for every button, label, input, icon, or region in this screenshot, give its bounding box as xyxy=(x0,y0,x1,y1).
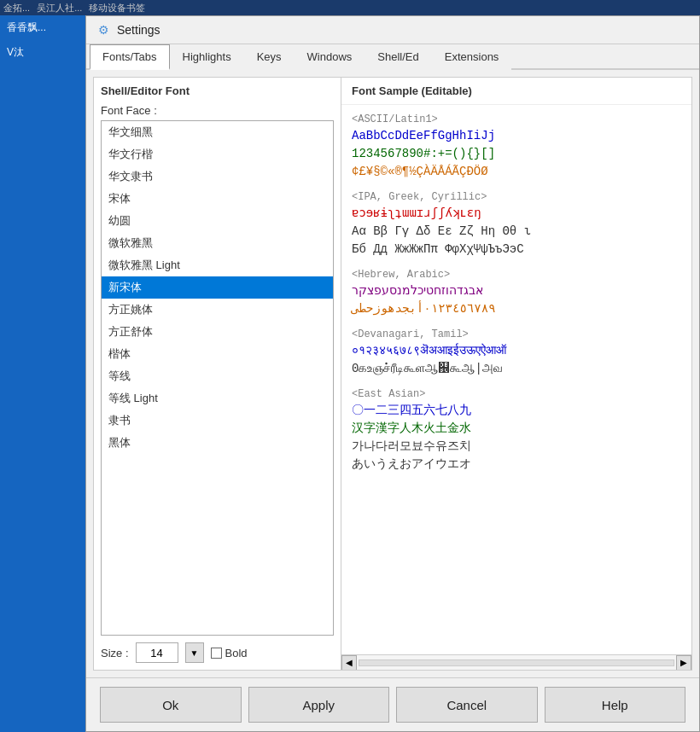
button-row: Ok Apply Cancel Help xyxy=(86,677,699,731)
font-list-item[interactable]: 华文隶书 xyxy=(102,166,333,188)
font-list[interactable]: 华文细黑华文行楷华文隶书宋体幼圆微软雅黑微软雅黑 Light新宋体方正姚体方正舒… xyxy=(102,121,333,635)
size-spinner-button[interactable]: ▼ xyxy=(185,642,204,663)
font-list-item[interactable]: 隶书 xyxy=(102,410,333,432)
cancel-button[interactable]: Cancel xyxy=(396,687,538,723)
sample-tag: <East Asian> xyxy=(352,386,681,402)
sample-line: ¢£¥§©«®¶½ÇÀÄÅÁÃÇÐÖØ xyxy=(352,163,681,181)
size-row: Size : ▼ Bold xyxy=(101,642,334,663)
font-list-item[interactable]: 华文细黑 xyxy=(102,121,333,143)
sample-line: Αα Ββ Γγ Δδ Εε Ζζ Ηη Θθ ι xyxy=(352,223,681,241)
font-list-item[interactable]: 幼圆 xyxy=(102,210,333,232)
help-button[interactable]: Help xyxy=(545,687,686,723)
font-list-item[interactable]: 宋体 xyxy=(102,188,333,210)
tab-shell-ed[interactable]: Shell/Ed xyxy=(365,44,431,70)
sample-tag: <Devanagari, Tamil> xyxy=(352,327,681,342)
sample-tag: <ASCII/Latin1> xyxy=(352,112,681,127)
sample-line: AaBbCcDdEeFfGgHhIiJj xyxy=(352,127,681,145)
sample-section: <Devanagari, Tamil>०१२३४५६७८९ऄअआइईउऊएऐआऑ… xyxy=(352,327,681,378)
bold-label: Bold xyxy=(225,647,248,659)
section-title: Shell/Editor Font xyxy=(101,84,334,97)
taskbar: 金拓... 吴江人社... 移动设备书签 xyxy=(0,0,700,15)
font-list-item[interactable]: 微软雅黑 Light xyxy=(102,254,333,276)
scroll-right-arrow[interactable]: ▶ xyxy=(676,655,691,671)
dialog-title: Settings xyxy=(117,23,160,37)
sample-line: 0கஉஞச்ரீடிகூளஆ஀கூஆ|அவ xyxy=(352,360,681,378)
taskbar-tab-2[interactable]: 吴江人社... xyxy=(37,2,82,15)
tab-highlights[interactable]: Highlights xyxy=(170,44,244,70)
font-face-label: Font Face : xyxy=(101,104,334,117)
horizontal-scrollbar[interactable]: ◀ ▶ xyxy=(341,654,691,670)
font-list-item[interactable]: 楷体 xyxy=(102,343,333,365)
scroll-left-arrow[interactable]: ◀ xyxy=(341,655,357,671)
sample-line: ٠١٢٣٤٥٦٧٨٩أبجدهوزحطی xyxy=(352,300,681,318)
font-list-item[interactable]: 黑体 xyxy=(102,432,333,454)
right-panel: Font Sample (Editable) <ASCII/Latin1>AaB… xyxy=(341,78,691,670)
tab-keys[interactable]: Keys xyxy=(244,44,295,70)
font-list-container[interactable]: 华文细黑华文行楷华文隶书宋体幼圆微软雅黑微软雅黑 Light新宋体方正姚体方正舒… xyxy=(101,120,334,636)
main-content: Shell/Editor Font Font Face : 华文细黑华文行楷华文… xyxy=(93,77,692,671)
sample-tag: <IPA, Greek, Cyrillic> xyxy=(352,189,681,205)
size-input[interactable] xyxy=(136,642,178,663)
tab-extensions[interactable]: Extensions xyxy=(432,44,512,70)
left-panel: Shell/Editor Font Font Face : 华文细黑华文行楷华文… xyxy=(94,78,341,670)
left-strip-item-1: 香香飘... xyxy=(0,15,85,40)
sample-line: 1234567890#:+=(){}[] xyxy=(352,145,681,163)
apply-button[interactable]: Apply xyxy=(248,687,390,723)
settings-dialog: ⚙ Settings Fonts/Tabs Highlights Keys Wi… xyxy=(85,15,700,732)
sample-line: あいうえおアイウエオ xyxy=(352,456,681,473)
font-list-item[interactable]: 新宋体 xyxy=(102,276,333,299)
left-strip: 香香飘... V汰 xyxy=(0,15,85,732)
sample-line: Бб Дд ЖжЖжΠπ ΦφΧχΨψЪъЭэС xyxy=(352,241,681,259)
ok-button[interactable]: Ok xyxy=(100,687,242,723)
font-sample-header: Font Sample (Editable) xyxy=(341,78,691,105)
size-label: Size : xyxy=(101,647,129,659)
tab-windows[interactable]: Windows xyxy=(295,44,365,70)
tab-fonts-tabs[interactable]: Fonts/Tabs xyxy=(90,44,170,70)
font-list-item[interactable]: 等线 Light xyxy=(102,387,333,410)
sample-line: 가나다러모뵤수유즈치 xyxy=(352,438,681,456)
font-list-item[interactable]: 方正姚体 xyxy=(102,299,333,321)
font-list-item[interactable]: 等线 xyxy=(102,365,333,387)
settings-icon: ⚙ xyxy=(96,23,110,37)
tab-bar: Fonts/Tabs Highlights Keys Windows Shell… xyxy=(86,44,699,70)
font-list-item[interactable]: 微软雅黑 xyxy=(102,232,333,254)
sample-line: ०१२३४५६७८९ऄअआइईउऊएऐआऑ xyxy=(352,342,681,360)
sample-section: <ASCII/Latin1>AaBbCcDdEeFfGgHhIiJj123456… xyxy=(352,112,681,181)
taskbar-tab-3[interactable]: 移动设备书签 xyxy=(89,2,145,15)
sample-section: <East Asian>〇一二三四五六七八九汉字漢字人木火土金水가나다러모뵤수유… xyxy=(352,386,681,473)
bold-checkbox[interactable] xyxy=(211,648,222,659)
sample-section: <Hebrew, Arabic>אבגדהוזחטיכלמנסעפצקר٠١٢٣… xyxy=(352,267,681,318)
left-strip-item-2: V汰 xyxy=(0,40,85,65)
bold-checkbox-container[interactable]: Bold xyxy=(211,647,248,659)
sample-line: 〇一二三四五六七八九 xyxy=(352,402,681,420)
sample-line: ɐɔɘʁɨʅʇɯɯɪɹʃʃʎʞʟɛŋ xyxy=(352,205,681,223)
sample-line: אבגדהוזחטיכלמנסעפצקר xyxy=(352,282,681,300)
sample-section: <IPA, Greek, Cyrillic>ɐɔɘʁɨʅʇɯɯɪɹʃʃʎʞʟɛŋ… xyxy=(352,189,681,259)
title-bar: ⚙ Settings xyxy=(86,16,699,44)
font-sample-content[interactable]: <ASCII/Latin1>AaBbCcDdEeFfGgHhIiJj123456… xyxy=(341,105,691,654)
taskbar-tab-1[interactable]: 金拓... xyxy=(3,2,30,15)
font-list-item[interactable]: 华文行楷 xyxy=(102,143,333,166)
sample-line: 汉字漢字人木火土金水 xyxy=(352,420,681,438)
sample-tag: <Hebrew, Arabic> xyxy=(352,267,681,282)
font-list-item[interactable]: 方正舒体 xyxy=(102,321,333,343)
